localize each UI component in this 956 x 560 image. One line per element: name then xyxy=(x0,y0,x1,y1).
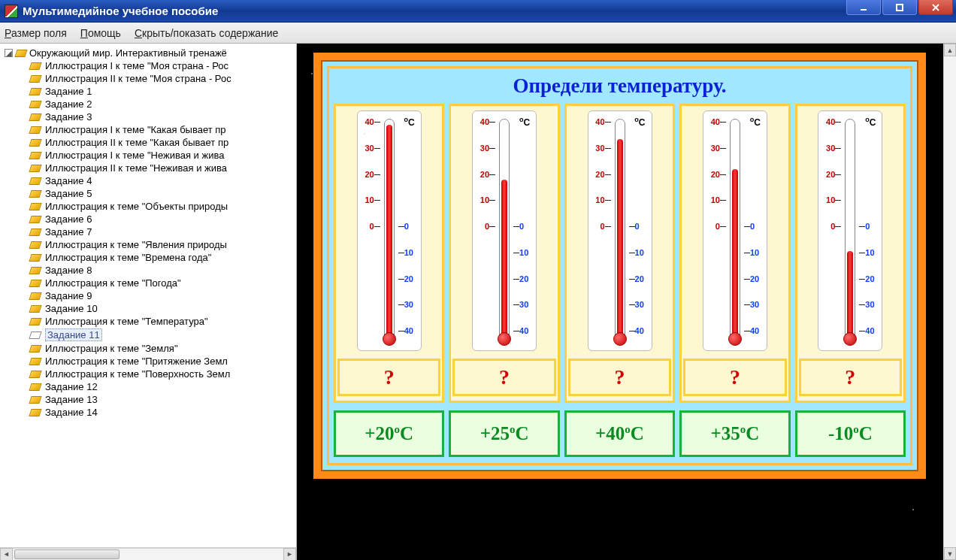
close-button[interactable] xyxy=(918,0,953,15)
tree-root[interactable]: ◢ Окружающий мир. Интерактивный тренажё xyxy=(5,47,296,59)
scale-label-left: 40 xyxy=(821,117,835,126)
exercise-title: Определи температуру. xyxy=(334,73,906,104)
tree-item[interactable]: Задание 7 xyxy=(30,226,296,238)
thermometer: oC403020100010203040 xyxy=(818,110,882,351)
scale-label-right: 40 xyxy=(750,326,764,335)
answer-card[interactable]: +40oC xyxy=(564,410,675,457)
tree-item-label: Иллюстрация I к теме "Моя страна - Рос xyxy=(45,60,228,71)
window-title: Мультимедийное учебное пособие xyxy=(23,5,846,17)
scroll-down-button[interactable]: ▼ xyxy=(944,547,956,560)
question-slot[interactable]: ? xyxy=(568,359,671,396)
vscroll-track[interactable] xyxy=(944,56,956,547)
scroll-right-button[interactable]: ► xyxy=(283,548,296,561)
mercury-column xyxy=(732,169,738,339)
page-icon xyxy=(29,292,41,300)
question-slot[interactable]: ? xyxy=(683,359,786,396)
tree-item[interactable]: Задание 5 xyxy=(30,187,296,200)
tree-item[interactable]: Иллюстрация к теме "Земля" xyxy=(30,342,296,355)
tree-item[interactable]: Иллюстрация к теме "Объекты природы xyxy=(30,200,296,213)
unit-label: oC xyxy=(865,116,876,128)
thermometer-card: oC403020100010203040? xyxy=(795,104,906,403)
tree-item[interactable]: Задание 2 xyxy=(30,98,296,110)
scale-label-left: 20 xyxy=(361,170,374,179)
menu-help[interactable]: Помощь xyxy=(80,27,121,39)
scale-label-right: 40 xyxy=(635,326,649,335)
page-icon xyxy=(29,409,41,416)
thermometer-scale: 403020100010203040 xyxy=(708,122,762,331)
thermometer-scale: 403020100010203040 xyxy=(823,122,877,331)
tree-item-label: Задание 4 xyxy=(45,175,92,186)
page-icon xyxy=(29,114,41,121)
tree-item[interactable]: Задание 10 xyxy=(30,302,296,315)
answer-card[interactable]: +25oC xyxy=(449,410,559,457)
maximize-button[interactable] xyxy=(882,0,917,15)
app-icon xyxy=(5,5,18,18)
tree-item[interactable]: Задание 1 xyxy=(30,85,296,98)
tree-item[interactable]: Иллюстрация I к теме "Моя страна - Рос xyxy=(30,59,296,72)
contents-tree[interactable]: ◢ Окружающий мир. Интерактивный тренажё … xyxy=(0,44,296,547)
page-icon xyxy=(29,267,41,274)
scroll-up-button[interactable]: ▲ xyxy=(944,44,956,56)
scroll-left-button[interactable]: ◄ xyxy=(0,548,13,561)
answer-card[interactable]: +35oC xyxy=(679,410,790,457)
thermometer-scale: 403020100010203040 xyxy=(593,122,647,331)
tree-item[interactable]: Иллюстрация II к теме "Неживая и жива xyxy=(30,162,296,174)
answer-card[interactable]: -10oC xyxy=(795,410,906,457)
minimize-button[interactable] xyxy=(846,0,881,15)
page-icon xyxy=(29,241,41,249)
unit-label: oC xyxy=(519,116,530,128)
scale-label-left: 30 xyxy=(476,144,489,153)
tree-item[interactable]: Задание 14 xyxy=(30,406,296,419)
page-icon xyxy=(29,190,41,198)
tree-item-label: Иллюстрация к теме "Времена года" xyxy=(45,252,211,263)
page-icon xyxy=(29,254,41,262)
tree-item[interactable]: Задание 11 xyxy=(30,328,296,342)
tree-item[interactable]: Иллюстрация к теме "Температура" xyxy=(30,315,296,328)
page-icon xyxy=(29,345,41,353)
scale-label-right: 30 xyxy=(404,300,418,309)
tree-item[interactable]: Иллюстрация к теме "Притяжение Земл xyxy=(30,355,296,368)
question-slot[interactable]: ? xyxy=(799,359,902,396)
scrollbar-thumb[interactable] xyxy=(14,549,120,559)
tree-item[interactable]: Иллюстрация к теме "Времена года" xyxy=(30,251,296,264)
question-slot[interactable]: ? xyxy=(452,359,555,396)
tree-item[interactable]: Иллюстрация I к теме "Неживая и жива xyxy=(30,149,296,162)
tree-item[interactable]: Иллюстрация к теме "Погода" xyxy=(30,277,296,289)
page-icon xyxy=(29,101,41,108)
unit-label: oC xyxy=(404,116,415,128)
tree-item[interactable]: Задание 4 xyxy=(30,174,296,187)
answer-card[interactable]: +20oC xyxy=(334,410,444,457)
tree-item[interactable]: Иллюстрация II к теме "Моя страна - Рос xyxy=(30,72,296,85)
tree-item[interactable]: Задание 13 xyxy=(30,393,296,406)
tree-item[interactable]: Иллюстрация II к теме "Какая бывает пр xyxy=(30,136,296,149)
horizontal-scrollbar[interactable]: ◄ ► xyxy=(0,547,296,560)
menu-toggle-contents[interactable]: Скрыть/показать содержание xyxy=(135,27,278,39)
tree-item[interactable]: Задание 3 xyxy=(30,110,296,123)
tree-item[interactable]: Задание 12 xyxy=(30,380,296,393)
scale-label-right: 30 xyxy=(750,300,764,309)
tree-item-label: Задание 9 xyxy=(45,290,92,301)
tree-item-label: Задание 13 xyxy=(45,394,98,405)
tree-item[interactable]: Иллюстрация к теме "Поверхность Земл xyxy=(30,368,296,380)
scale-label-left: 30 xyxy=(591,144,605,153)
tree-root-label: Окружающий мир. Интерактивный тренажё xyxy=(29,47,227,59)
tree-item[interactable]: Задание 8 xyxy=(30,264,296,277)
scale-label-left: 20 xyxy=(591,170,605,179)
tree-item-label: Задание 7 xyxy=(45,226,92,238)
scale-label-left: 0 xyxy=(361,222,374,231)
vertical-scrollbar[interactable]: ▲ ▼ xyxy=(943,44,956,560)
scale-label-right: 20 xyxy=(635,274,649,283)
tree-item[interactable]: Иллюстрация I к теме "Какая бывает пр xyxy=(30,123,296,136)
scale-label-right: 0 xyxy=(750,222,764,231)
tree-item[interactable]: Задание 9 xyxy=(30,289,296,302)
thermometer: oC403020100010203040 xyxy=(703,110,767,351)
expander-icon[interactable]: ◢ xyxy=(5,49,13,57)
question-slot[interactable]: ? xyxy=(337,359,440,396)
tree-item[interactable]: Иллюстрация к теме "Явления природы xyxy=(30,238,296,251)
menu-field-size[interactable]: Размер поля xyxy=(5,27,67,39)
scale-label-right: 30 xyxy=(635,300,649,309)
tree-item[interactable]: Задание 6 xyxy=(30,213,296,226)
scrollbar-track[interactable] xyxy=(13,548,283,561)
page-icon xyxy=(29,396,41,404)
page-icon xyxy=(29,88,41,95)
